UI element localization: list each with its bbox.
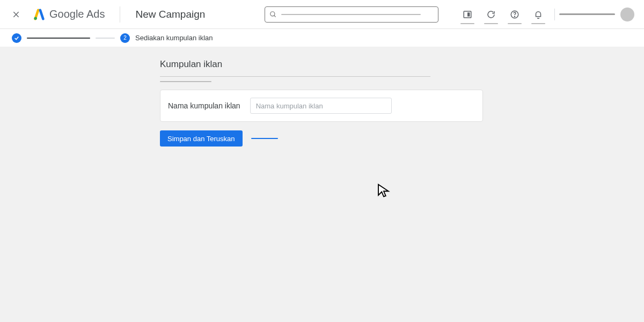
search-placeholder — [281, 14, 421, 15]
topbar: Google Ads New Campaign — [0, 0, 644, 29]
svg-rect-3 — [468, 13, 470, 16]
ad-group-name-input[interactable] — [250, 98, 392, 114]
account-label-placeholder — [559, 13, 615, 15]
svg-point-5 — [514, 16, 515, 17]
save-continue-button[interactable]: Simpan dan Teruskan — [160, 130, 243, 147]
avatar[interactable] — [620, 8, 634, 21]
step-2-badge[interactable]: 2 — [120, 33, 130, 43]
ad-group-name-label: Nama kumpulan iklan — [168, 101, 240, 110]
subheader-placeholder — [160, 81, 211, 82]
refresh-icon[interactable] — [479, 3, 503, 26]
svg-point-1 — [270, 11, 275, 16]
notifications-icon[interactable] — [526, 3, 550, 26]
step-1-badge-done[interactable] — [12, 33, 21, 43]
page-title: New Campaign — [135, 9, 205, 20]
divider — [554, 9, 555, 20]
ad-group-card: Nama kumpulan iklan — [160, 90, 483, 122]
top-icon-group — [456, 3, 634, 26]
main-canvas: Kumpulan iklan Nama kumpulan iklan Simpa… — [0, 47, 644, 322]
google-ads-logo: Google Ads — [33, 8, 105, 20]
divider — [120, 6, 120, 23]
stepper: 2 Sediakan kumpulan iklan — [0, 29, 644, 47]
action-row: Simpan dan Teruskan — [160, 130, 483, 147]
section-title: Kumpulan iklan — [160, 59, 483, 70]
content-column: Kumpulan iklan Nama kumpulan iklan Simpa… — [160, 59, 483, 147]
step-2-label: Sediakan kumpulan iklan — [135, 34, 213, 42]
search-icon — [269, 11, 277, 18]
product-name: Google Ads — [49, 8, 105, 20]
reports-icon[interactable] — [456, 3, 479, 26]
ads-logo-icon — [33, 9, 45, 20]
cancel-link-placeholder[interactable] — [251, 138, 278, 139]
close-icon[interactable] — [10, 8, 23, 21]
divider — [160, 76, 430, 77]
svg-point-0 — [34, 17, 37, 20]
step-1-label-placeholder — [27, 38, 90, 39]
search-input-wrapper[interactable] — [265, 6, 438, 23]
help-icon[interactable] — [503, 3, 526, 26]
step-connector — [96, 38, 115, 39]
